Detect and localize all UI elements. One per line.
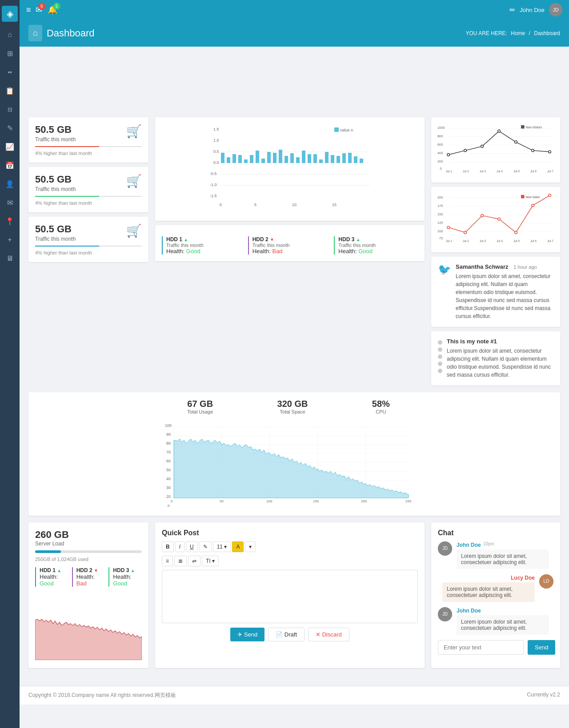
chat-message-1: JD John Doe 10pm Lorem ipsum dolor sit a… [438, 541, 553, 569]
sidebar-plus[interactable]: + [2, 232, 18, 248]
svg-rect-25 [290, 153, 294, 163]
note-title: This is my note #1 [447, 338, 553, 345]
sales-chart-svg: 200 175 150 125 100 75 [437, 192, 555, 246]
svg-text:0: 0 [220, 203, 222, 207]
avatar[interactable]: JD [549, 3, 562, 16]
note-content: This is my note #1 Lorem ipsum dolor sit… [447, 338, 553, 379]
svg-point-88 [549, 194, 551, 197]
footer-copyright: Copyright © 2018.Company name All rights… [28, 692, 176, 699]
svg-text:70: 70 [166, 450, 171, 454]
dashboard-grid: 50.5 GB Traffic this month 🛒 4% higher t… [28, 117, 560, 386]
sidebar-briefcase[interactable]: ▪▪ [2, 64, 18, 80]
svg-text:New Sales: New Sales [525, 195, 540, 199]
svg-text:5: 5 [254, 203, 256, 207]
notifications-badge[interactable]: ✉ 9 [36, 5, 42, 15]
sidebar-table[interactable]: ⊟ [2, 101, 18, 117]
server-load-meta: 250GB of 1,024GB used [35, 557, 142, 562]
total-space-value: 320 GB [277, 399, 308, 409]
highlight-down-button[interactable]: ▾ [245, 541, 256, 552]
hdd-2-arrow: ▼ [270, 237, 274, 242]
marker-button[interactable]: ✎ [199, 541, 212, 552]
svg-text:Jul 6: Jul 6 [530, 239, 537, 243]
breadcrumb-home[interactable]: Home [511, 30, 525, 36]
svg-text:90: 90 [166, 432, 171, 437]
calendar-icon: 📅 [5, 161, 14, 170]
svg-rect-24 [284, 156, 288, 163]
server-area-chart [35, 593, 142, 661]
send-button[interactable]: ✈ Send [230, 628, 264, 641]
sidebar-user[interactable]: 👤 [2, 176, 18, 192]
draft-button[interactable]: 📄 Draft [268, 628, 305, 641]
svg-rect-19 [256, 151, 259, 163]
alerts-badge[interactable]: 🔔 5 [48, 5, 57, 15]
sidebar-brand[interactable]: ◈ [2, 6, 18, 22]
chat-name-john-2: John Doe [457, 608, 481, 614]
ti-button[interactable]: TI ▾ [202, 556, 219, 566]
svg-rect-96 [521, 195, 525, 199]
sidebar-mail[interactable]: ✉ [2, 195, 18, 211]
svg-text:Jul 5: Jul 5 [513, 170, 520, 173]
chat-bubble-3: John Doe Lorem ipsum dolor sit amet, con… [457, 607, 549, 635]
svg-rect-42 [334, 127, 339, 132]
stat-card-3: 50.5 GB Traffic this month 🛒 4% higher t… [28, 217, 148, 262]
svg-text:0: 0 [440, 167, 442, 171]
editor-area[interactable] [162, 570, 418, 623]
sidebar-calendar[interactable]: 📅 [2, 157, 18, 173]
brand-icon: ◈ [7, 8, 13, 19]
briefcase-icon: ▪▪ [8, 69, 12, 76]
usage-stats-card: 67 GB Total Usage 320 GB Total Space 58%… [28, 392, 560, 516]
svg-text:0: 0 [168, 504, 170, 508]
svg-text:JD: JD [442, 612, 448, 617]
note-dot-3 [438, 354, 442, 359]
sales-chart-card: 200 175 150 125 100 75 [431, 187, 560, 252]
svg-rect-33 [337, 156, 340, 163]
sidebar-edit[interactable]: ✎ [2, 120, 18, 136]
list-button[interactable]: ≡ [162, 556, 173, 566]
sidebar-pin[interactable]: 📍 [2, 213, 18, 229]
user-icon: 👤 [5, 180, 14, 188]
italic-button[interactable]: I [175, 541, 184, 552]
sidebar-chart[interactable]: 📈 [2, 139, 18, 155]
stats-column: 50.5 GB Traffic this month 🛒 4% higher t… [28, 117, 148, 386]
underline-button[interactable]: U [186, 541, 198, 552]
discard-button[interactable]: ✕ Discard [308, 628, 349, 641]
align-button[interactable]: ⇌ [188, 556, 200, 566]
post-actions: ✈ Send 📄 Draft ✕ Discard [162, 628, 418, 641]
sidebar-grid[interactable]: ⊞ [2, 45, 18, 61]
sidebar-monitor[interactable]: 🖥 [2, 251, 18, 267]
svg-text:60: 60 [166, 459, 171, 463]
svg-rect-23 [279, 150, 282, 163]
user-name[interactable]: John Doe [520, 7, 545, 13]
usage-stats-row: 67 GB Total Usage 320 GB Total Space 58%… [155, 399, 422, 414]
svg-text:200: 200 [437, 159, 443, 163]
pencil-icon[interactable]: ✏ [509, 6, 515, 14]
svg-text:125: 125 [437, 221, 443, 225]
total-usage-stat: 67 GB Total Usage [187, 399, 213, 414]
svg-text:50: 50 [166, 468, 171, 472]
fontsize-button[interactable]: 11 ▾ [213, 541, 231, 552]
svg-text:Jul 2: Jul 2 [463, 170, 469, 173]
mail-badge-count: 9 [38, 3, 45, 10]
highlight-button[interactable]: A [232, 541, 244, 552]
header-right: ✏ John Doe JD [509, 3, 562, 16]
sidebar-home[interactable]: ⌂ [2, 27, 18, 43]
bold-button[interactable]: B [162, 541, 174, 552]
ordered-list-button[interactable]: ≣ [174, 556, 187, 566]
cart-icon-blue: 🛒 [126, 223, 142, 238]
sidebar-file[interactable]: 📋 [2, 83, 18, 99]
svg-rect-35 [348, 153, 352, 163]
svg-text:0.0: 0.0 [213, 160, 219, 165]
svg-text:JD: JD [553, 7, 559, 12]
svg-point-56 [464, 149, 467, 152]
chat-avatar-john-1: JD [438, 541, 452, 556]
note-text: Lorem ipsum dolor sit amet, consectetur … [447, 347, 553, 379]
svg-text:JD: JD [442, 546, 448, 551]
menu-icon[interactable]: ≡ [26, 5, 31, 15]
chat-send-button[interactable]: Send [528, 640, 555, 655]
chat-input[interactable] [438, 640, 524, 655]
twitter-author: Samantha Schwarz [456, 263, 509, 270]
chat-card: Chat JD John Doe 10pm Lorem ipsum dolor … [431, 522, 560, 668]
chat-avatar-lucy: LD [539, 574, 553, 589]
stat-divider-2 [35, 196, 142, 197]
total-usage-label: Total Usage [187, 409, 213, 414]
